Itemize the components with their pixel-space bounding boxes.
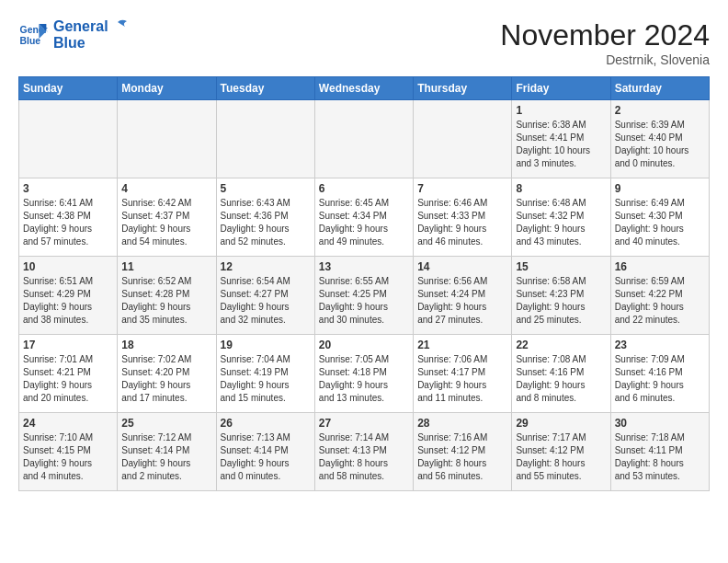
day-info: Sunrise: 6:55 AM Sunset: 4:25 PM Dayligh…	[319, 275, 409, 327]
day-info: Sunrise: 7:16 AM Sunset: 4:12 PM Dayligh…	[417, 431, 507, 483]
weekday-header-monday: Monday	[118, 77, 216, 100]
weekday-header-tuesday: Tuesday	[216, 77, 314, 100]
logo-bird-icon	[108, 18, 129, 35]
day-info: Sunrise: 7:01 AM Sunset: 4:21 PM Dayligh…	[23, 353, 113, 405]
weekday-header-friday: Friday	[512, 77, 610, 100]
calendar-cell: 10Sunrise: 6:51 AM Sunset: 4:29 PM Dayli…	[19, 257, 118, 335]
day-number: 30	[615, 417, 705, 430]
day-info: Sunrise: 6:49 AM Sunset: 4:30 PM Dayligh…	[615, 197, 705, 248]
calendar-cell	[19, 100, 118, 178]
day-info: Sunrise: 6:54 AM Sunset: 4:27 PM Dayligh…	[221, 275, 311, 327]
day-info: Sunrise: 7:12 AM Sunset: 4:14 PM Dayligh…	[121, 431, 211, 483]
calendar-cell: 12Sunrise: 6:54 AM Sunset: 4:27 PM Dayli…	[216, 257, 314, 335]
day-info: Sunrise: 7:13 AM Sunset: 4:14 PM Dayligh…	[221, 431, 311, 483]
day-info: Sunrise: 7:04 AM Sunset: 4:19 PM Dayligh…	[221, 353, 311, 405]
calendar-cell: 20Sunrise: 7:05 AM Sunset: 4:18 PM Dayli…	[314, 335, 413, 413]
location: Destrnik, Slovenia	[500, 52, 710, 67]
calendar-cell: 22Sunrise: 7:08 AM Sunset: 4:16 PM Dayli…	[512, 335, 610, 413]
page-header: General Blue General Blue November 2024 …	[18, 18, 710, 67]
calendar-cell: 27Sunrise: 7:14 AM Sunset: 4:13 PM Dayli…	[314, 413, 413, 491]
calendar-cell	[314, 100, 413, 178]
day-info: Sunrise: 6:59 AM Sunset: 4:22 PM Dayligh…	[615, 275, 705, 327]
title-area: November 2024 Destrnik, Slovenia	[500, 18, 710, 67]
calendar-cell: 3Sunrise: 6:41 AM Sunset: 4:38 PM Daylig…	[19, 178, 118, 257]
day-number: 4	[121, 182, 211, 195]
day-number: 27	[319, 417, 409, 430]
day-number: 14	[417, 260, 507, 273]
day-info: Sunrise: 7:17 AM Sunset: 4:12 PM Dayligh…	[516, 431, 606, 483]
day-info: Sunrise: 6:42 AM Sunset: 4:37 PM Dayligh…	[121, 197, 211, 248]
day-info: Sunrise: 6:38 AM Sunset: 4:41 PM Dayligh…	[516, 119, 606, 170]
weekday-header-row: SundayMondayTuesdayWednesdayThursdayFrid…	[19, 77, 710, 100]
day-number: 18	[121, 339, 211, 351]
day-info: Sunrise: 6:46 AM Sunset: 4:33 PM Dayligh…	[417, 197, 507, 248]
day-number: 11	[121, 260, 211, 273]
calendar-cell: 13Sunrise: 6:55 AM Sunset: 4:25 PM Dayli…	[314, 257, 413, 335]
calendar-cell: 16Sunrise: 6:59 AM Sunset: 4:22 PM Dayli…	[610, 257, 709, 335]
day-number: 1	[516, 104, 606, 117]
calendar-cell	[216, 100, 314, 178]
calendar-week-5: 24Sunrise: 7:10 AM Sunset: 4:15 PM Dayli…	[19, 413, 710, 491]
day-number: 16	[615, 260, 705, 273]
day-number: 20	[319, 339, 409, 351]
day-number: 3	[23, 182, 113, 195]
weekday-header-saturday: Saturday	[610, 77, 709, 100]
calendar-cell: 11Sunrise: 6:52 AM Sunset: 4:28 PM Dayli…	[118, 257, 216, 335]
calendar-cell	[414, 100, 512, 178]
calendar-cell: 24Sunrise: 7:10 AM Sunset: 4:15 PM Dayli…	[19, 413, 118, 491]
day-number: 9	[615, 182, 705, 195]
day-info: Sunrise: 7:14 AM Sunset: 4:13 PM Dayligh…	[319, 431, 409, 483]
calendar-cell: 1Sunrise: 6:38 AM Sunset: 4:41 PM Daylig…	[512, 100, 610, 178]
logo-general: General	[53, 18, 108, 35]
calendar-cell: 28Sunrise: 7:16 AM Sunset: 4:12 PM Dayli…	[414, 413, 512, 491]
calendar-week-2: 3Sunrise: 6:41 AM Sunset: 4:38 PM Daylig…	[19, 178, 710, 257]
calendar-cell: 26Sunrise: 7:13 AM Sunset: 4:14 PM Dayli…	[216, 413, 314, 491]
day-number: 21	[417, 339, 507, 351]
day-number: 25	[121, 417, 211, 430]
day-info: Sunrise: 6:58 AM Sunset: 4:23 PM Dayligh…	[516, 275, 606, 327]
day-number: 10	[23, 260, 113, 273]
day-number: 6	[319, 182, 409, 195]
day-number: 7	[417, 182, 507, 195]
calendar-cell: 21Sunrise: 7:06 AM Sunset: 4:17 PM Dayli…	[414, 335, 512, 413]
day-info: Sunrise: 7:06 AM Sunset: 4:17 PM Dayligh…	[417, 353, 507, 405]
logo-icon: General Blue	[18, 20, 48, 50]
day-number: 22	[516, 339, 606, 351]
day-number: 15	[516, 260, 606, 273]
day-info: Sunrise: 6:43 AM Sunset: 4:36 PM Dayligh…	[221, 197, 311, 248]
day-info: Sunrise: 6:52 AM Sunset: 4:28 PM Dayligh…	[121, 275, 211, 327]
calendar-cell: 19Sunrise: 7:04 AM Sunset: 4:19 PM Dayli…	[216, 335, 314, 413]
calendar-cell: 25Sunrise: 7:12 AM Sunset: 4:14 PM Dayli…	[118, 413, 216, 491]
day-info: Sunrise: 7:02 AM Sunset: 4:20 PM Dayligh…	[121, 353, 211, 405]
day-info: Sunrise: 7:08 AM Sunset: 4:16 PM Dayligh…	[516, 353, 606, 405]
calendar-cell: 15Sunrise: 6:58 AM Sunset: 4:23 PM Dayli…	[512, 257, 610, 335]
day-number: 23	[615, 339, 705, 351]
logo: General Blue General Blue	[18, 18, 129, 52]
calendar-cell: 5Sunrise: 6:43 AM Sunset: 4:36 PM Daylig…	[216, 178, 314, 257]
day-number: 5	[221, 182, 311, 195]
weekday-header-sunday: Sunday	[19, 77, 118, 100]
calendar-cell: 17Sunrise: 7:01 AM Sunset: 4:21 PM Dayli…	[19, 335, 118, 413]
calendar-cell: 23Sunrise: 7:09 AM Sunset: 4:16 PM Dayli…	[610, 335, 709, 413]
calendar-cell: 6Sunrise: 6:45 AM Sunset: 4:34 PM Daylig…	[314, 178, 413, 257]
day-number: 19	[221, 339, 311, 351]
calendar-cell	[118, 100, 216, 178]
day-info: Sunrise: 7:05 AM Sunset: 4:18 PM Dayligh…	[319, 353, 409, 405]
calendar-week-1: 1Sunrise: 6:38 AM Sunset: 4:41 PM Daylig…	[19, 100, 710, 178]
calendar-week-4: 17Sunrise: 7:01 AM Sunset: 4:21 PM Dayli…	[19, 335, 710, 413]
calendar-table: SundayMondayTuesdayWednesdayThursdayFrid…	[18, 76, 710, 491]
day-number: 12	[221, 260, 311, 273]
calendar-cell: 4Sunrise: 6:42 AM Sunset: 4:37 PM Daylig…	[118, 178, 216, 257]
calendar-cell: 14Sunrise: 6:56 AM Sunset: 4:24 PM Dayli…	[414, 257, 512, 335]
calendar-cell: 18Sunrise: 7:02 AM Sunset: 4:20 PM Dayli…	[118, 335, 216, 413]
day-info: Sunrise: 6:39 AM Sunset: 4:40 PM Dayligh…	[615, 119, 705, 170]
day-number: 13	[319, 260, 409, 273]
day-number: 29	[516, 417, 606, 430]
weekday-header-thursday: Thursday	[414, 77, 512, 100]
calendar-cell: 8Sunrise: 6:48 AM Sunset: 4:32 PM Daylig…	[512, 178, 610, 257]
calendar-cell: 29Sunrise: 7:17 AM Sunset: 4:12 PM Dayli…	[512, 413, 610, 491]
logo-blue: Blue	[53, 35, 129, 52]
day-info: Sunrise: 6:48 AM Sunset: 4:32 PM Dayligh…	[516, 197, 606, 248]
calendar-cell: 9Sunrise: 6:49 AM Sunset: 4:30 PM Daylig…	[610, 178, 709, 257]
day-info: Sunrise: 7:09 AM Sunset: 4:16 PM Dayligh…	[615, 353, 705, 405]
